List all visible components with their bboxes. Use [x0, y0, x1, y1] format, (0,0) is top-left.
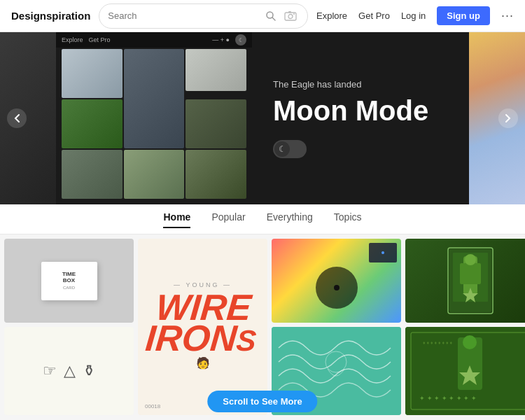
gallery-item-4-svg — [442, 246, 498, 316]
gallery-item-7-inner: ✦ ✦ ✦ ✦ ✦ ✦ ✦ ✦ ♦ ♦ ♦ ♦ ♦ ♦ ♦ ♦ — [405, 327, 525, 415]
gallery-item-1[interactable]: TIMEBOXCARD — [4, 239, 134, 323]
svg-rect-9 — [460, 263, 481, 284]
mockup-header: Explore Get Pro — + ● ☾ — [56, 32, 252, 48]
header: Designspiration Explore Get Pro Log in S… — [0, 0, 525, 32]
gallery-item-3-center — [334, 285, 340, 290]
tab-topics[interactable]: Topics — [334, 211, 362, 228]
search-icon[interactable] — [262, 8, 279, 24]
mockup-cell-8 — [186, 150, 246, 199]
gallery-item-5[interactable]: ☞ △ ⚱ — [4, 327, 134, 415]
tab-everything[interactable]: Everything — [267, 211, 313, 228]
gallery-item-1-text: TIMEBOXCARD — [62, 271, 76, 291]
gallery-item-4-inner — [405, 239, 525, 323]
mockup-cell-3 — [186, 49, 246, 91]
scroll-to-see-more-button[interactable]: Scroll to See More — [207, 391, 317, 412]
hero-main: Explore Get Pro — + ● ☾ The Eagle has la… — [56, 32, 469, 204]
nav-links: Explore Get Pro Log in Sign up ··· — [316, 6, 514, 25]
logo[interactable]: Designspiration — [11, 10, 90, 22]
explore-link[interactable]: Explore — [316, 10, 347, 21]
gallery-item-1-box: TIMEBOXCARD — [41, 262, 97, 300]
moon-toggle[interactable]: ☾ — [273, 140, 307, 158]
hero-mockup: Explore Get Pro — + ● ☾ — [56, 32, 252, 204]
moon-toggle-knob: ☾ — [274, 141, 290, 157]
search-bar[interactable] — [99, 4, 308, 29]
search-input[interactable] — [108, 10, 262, 21]
mockup-explore: Explore — [62, 36, 83, 43]
more-button[interactable]: ··· — [501, 8, 514, 23]
gallery-item-3-window — [369, 243, 397, 262]
gallery-item-3[interactable] — [272, 239, 401, 323]
hero-prev-button[interactable] — [7, 108, 27, 128]
svg-text:♦ ♦ ♦ ♦ ♦ ♦ ♦ ♦: ♦ ♦ ♦ ♦ ♦ ♦ ♦ ♦ — [423, 340, 453, 345]
hero-title: Moon Mode — [273, 95, 448, 126]
main-content: TIMEBOXCARD — YOUNG — WIREIRONS 🧑 00018 — [0, 234, 525, 419]
hero-subtitle: The Eagle has landed — [273, 79, 448, 90]
mockup-cell-4 — [62, 99, 122, 148]
scroll-button-wrapper: Scroll to See More — [207, 391, 317, 412]
gallery-item-2-num: 00018 — [145, 403, 160, 410]
svg-point-3 — [288, 14, 293, 18]
gallery-item-2-title: WIREIRONS — [145, 292, 261, 354]
gallery-item-7[interactable]: ✦ ✦ ✦ ✦ ✦ ✦ ✦ ✦ ♦ ♦ ♦ ♦ ♦ ♦ ♦ ♦ — [405, 327, 525, 415]
tab-home[interactable]: Home — [163, 211, 190, 228]
svg-rect-4 — [288, 11, 291, 13]
camera-icon[interactable] — [282, 8, 299, 24]
mockup-get-pro: Get Pro — [89, 36, 111, 43]
gallery-item-5-icon-2: △ — [64, 362, 76, 380]
mockup-cell-6 — [62, 150, 122, 199]
signup-button[interactable]: Sign up — [437, 6, 490, 25]
gallery-item-5-icon-1: ☞ — [43, 362, 57, 380]
gallery-item-3-dot — [382, 251, 384, 254]
svg-point-10 — [465, 254, 476, 265]
gallery-item-5-icon-3: ⚱ — [83, 362, 95, 380]
tab-popular[interactable]: Popular — [211, 211, 245, 228]
svg-point-18 — [463, 335, 477, 349]
mockup-cell-1 — [62, 49, 122, 98]
gallery-item-7-svg: ✦ ✦ ✦ ✦ ✦ ✦ ✦ ✦ ♦ ♦ ♦ ♦ ♦ ♦ ♦ ♦ — [405, 327, 525, 415]
nav-tabs: Home Popular Everything Topics — [0, 204, 525, 234]
hero-next-button[interactable] — [498, 108, 518, 128]
svg-point-5 — [293, 13, 295, 15]
gallery-item-4[interactable] — [405, 239, 525, 323]
mockup-cell-5 — [186, 99, 246, 148]
gallery-item-2-figure: 🧑 — [196, 356, 210, 370]
svg-text:✦ ✦ ✦ ✦ ✦ ✦ ✦ ✦: ✦ ✦ ✦ ✦ ✦ ✦ ✦ ✦ — [419, 395, 477, 402]
hero-banner: Explore Get Pro — + ● ☾ The Eagle has la… — [0, 32, 525, 204]
gallery-item-3-circle — [316, 267, 358, 309]
gallery-item-2[interactable]: — YOUNG — WIREIRONS 🧑 00018 — [138, 239, 267, 415]
hero-text: The Eagle has landed Moon Mode ☾ — [252, 32, 469, 204]
svg-line-1 — [272, 18, 275, 20]
get-pro-link[interactable]: Get Pro — [358, 10, 390, 21]
login-button[interactable]: Log in — [401, 10, 426, 21]
mockup-cell-7 — [124, 150, 185, 199]
mockup-cell-2 — [124, 49, 185, 148]
